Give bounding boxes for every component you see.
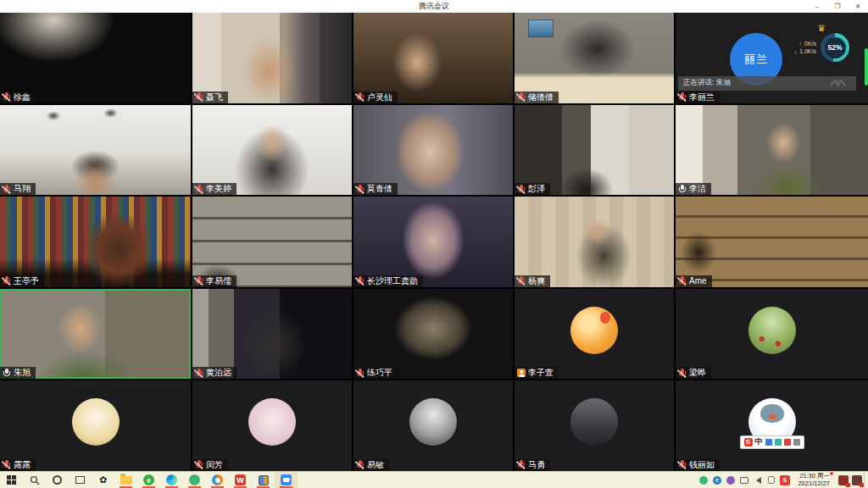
tray-notifications[interactable] [837, 472, 849, 488]
mic-muted-icon [517, 276, 526, 286]
video-tile[interactable]: 莫青倩 [353, 105, 513, 196]
speaking-banner-text: 正在讲话: 朱旭 [683, 78, 731, 88]
video-tile-host[interactable]: 丽兰 ♛ ↑ 0K/s ↓ 1.0K/s 52% 正在讲话: 朱旭 [676, 13, 868, 103]
archive-app-button[interactable] [252, 472, 275, 488]
input-mode-indicator[interactable]: 中 [755, 436, 763, 447]
flower-app-icon: ✿ [99, 474, 107, 485]
avatar-tile[interactable]: 梁晔 [676, 289, 868, 380]
video-tile[interactable]: 李美婷 [192, 105, 352, 196]
participant-name: 练巧平 [367, 368, 392, 378]
video-tile[interactable]: 李洁 [676, 105, 868, 196]
tray-chat[interactable] [737, 472, 750, 488]
participant-name: 露露 [14, 460, 31, 470]
avatar-tile[interactable]: 易敏 [353, 380, 513, 471]
participant-label: 卢灵仙 [353, 92, 398, 103]
video-tile[interactable]: 李易儒 [192, 197, 352, 287]
folder-icon [120, 476, 132, 485]
participant-name: 朱旭 [14, 368, 31, 378]
maximize-button[interactable]: ❐ [827, 0, 848, 13]
video-tile[interactable]: 彭泽 [515, 105, 674, 196]
tray-sogou[interactable]: S [778, 472, 791, 488]
browser-e-icon: e [143, 474, 154, 485]
close-button[interactable]: ✕ [848, 0, 868, 13]
participant-name: 彭泽 [528, 184, 545, 194]
avatar-tile[interactable]: 马勇 [515, 380, 674, 471]
participant-name: 马勇 [528, 460, 545, 470]
browser-e-button[interactable]: e [137, 472, 160, 488]
video-tile[interactable]: 储倩倩 [515, 13, 674, 103]
tencent-meeting-button[interactable] [275, 472, 298, 488]
avatar-tile[interactable]: S 中 钱丽如 [676, 380, 868, 471]
participant-label: 聂飞 [192, 92, 228, 103]
video-tile[interactable]: 聂飞 [192, 13, 352, 103]
video-tile[interactable]: 杨爽 [515, 197, 674, 287]
pinned-app-button[interactable]: ✿ [92, 472, 114, 488]
sogou-input-bar[interactable]: S 中 [740, 435, 804, 449]
video-tile[interactable]: 徐鑫 [0, 13, 191, 103]
participant-label: 露露 [0, 459, 36, 471]
avatar-tile[interactable]: 露露 [0, 380, 191, 471]
file-explorer-button[interactable] [114, 472, 137, 488]
input-bar-tool-icon[interactable] [775, 439, 782, 446]
avatar-tile[interactable]: 李子萱 [515, 289, 674, 380]
task-view-icon [75, 476, 85, 484]
video-tile[interactable]: 长沙理工龚勋 [353, 197, 513, 287]
ring-app-button[interactable] [206, 472, 229, 488]
cortana-button[interactable] [46, 472, 69, 488]
participant-label: 李子萱 [515, 367, 559, 379]
tray-green-app[interactable] [697, 472, 709, 488]
video-tile[interactable]: 卢灵仙 [353, 13, 513, 103]
participant-label: 黄泊远 [192, 367, 236, 379]
green-app-icon [189, 474, 200, 485]
avatar-tile[interactable]: 闵芳 [192, 380, 352, 471]
mic-muted-icon [356, 369, 364, 378]
participant-name: 王亭予 [14, 276, 39, 286]
participant-name: 李美婷 [206, 184, 231, 194]
green-app-button[interactable] [183, 472, 206, 488]
participant-label: 李丽兰 [676, 92, 720, 103]
upload-speed: 0K/s [804, 41, 816, 47]
windows-taskbar: ✿ e W e S 21:30 周一 2021/12/27 [0, 471, 868, 488]
tray-action-center[interactable] [850, 472, 863, 488]
input-bar-tool-icon[interactable] [765, 439, 772, 446]
mic-muted-icon [517, 185, 526, 194]
start-button[interactable] [0, 472, 23, 488]
video-tile[interactable]: 黄泊远 [192, 289, 352, 380]
participant-name: 梁晔 [689, 368, 706, 378]
participant-label: Ame [676, 275, 712, 287]
download-icon: ↓ [794, 48, 798, 54]
taskbar-clock[interactable]: 21:30 周一 2021/12/27 [798, 473, 830, 487]
participant-name: 黄泊远 [206, 368, 231, 378]
video-tile[interactable]: 练巧平 [353, 289, 513, 380]
search-button[interactable] [23, 472, 46, 488]
network-stats-panel: ♛ ↑ 0K/s ↓ 1.0K/s 52% [794, 23, 849, 62]
wps-button[interactable]: W [229, 472, 252, 488]
show-desktop-button[interactable] [864, 472, 868, 488]
scroll-indicator[interactable] [865, 48, 868, 86]
input-bar-tool-icon[interactable] [793, 439, 800, 446]
video-tile[interactable]: 王亭予 [0, 197, 191, 287]
speaking-banner: 正在讲话: 朱旭 [678, 76, 856, 91]
video-tile[interactable]: 马翔 [0, 105, 191, 196]
video-tile[interactable]: Ame [676, 197, 868, 287]
tray-contact[interactable] [724, 472, 737, 488]
cortana-icon [53, 475, 62, 485]
video-tile-speaking[interactable]: 朱旭 [0, 289, 191, 380]
edge-button[interactable] [160, 472, 183, 488]
participant-label: 钱丽如 [676, 459, 720, 471]
task-view-button[interactable] [69, 472, 92, 488]
wps-icon: W [235, 474, 246, 485]
tray-volume[interactable] [751, 472, 764, 488]
minimize-button[interactable]: – [807, 0, 827, 13]
tray-browser[interactable]: e [710, 472, 723, 488]
tray-usb[interactable] [765, 472, 777, 488]
sogou-icon[interactable]: S [744, 438, 753, 446]
participant-name: 卢灵仙 [367, 92, 392, 103]
browser-icon: e [713, 476, 721, 485]
input-bar-tool-icon[interactable] [784, 439, 791, 446]
participant-label: 梁晔 [676, 367, 711, 379]
mic-muted-icon [678, 92, 687, 102]
participant-name: 李子萱 [528, 368, 554, 378]
system-tray: e S 21:30 周一 2021/12/27 [697, 472, 868, 488]
participant-name: 易敏 [367, 460, 384, 470]
